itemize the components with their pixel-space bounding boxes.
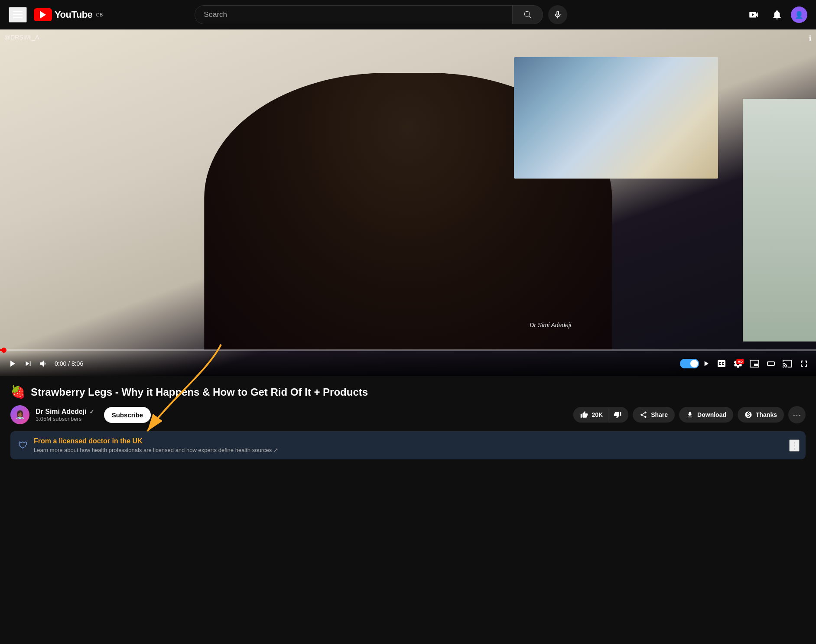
header-left: YouTubeGB [9, 7, 103, 23]
share-button[interactable]: Share [633, 407, 675, 423]
video-title: Strawberry Legs - Why it Happens & How t… [31, 386, 368, 398]
video-info: 🍓 Strawberry Legs - Why it Happens & How… [0, 376, 816, 424]
search-box [195, 5, 513, 24]
share-icon [640, 411, 647, 419]
youtube-logo-text: YouTube [55, 9, 92, 20]
video-artwork [514, 57, 718, 179]
more-dots: ⋯ [793, 410, 801, 420]
create-icon [748, 9, 759, 20]
info-button[interactable]: ℹ [809, 34, 812, 43]
notifications-button[interactable] [767, 5, 787, 24]
video-name-tag: Dr Simi Adedeji [530, 322, 571, 329]
header: YouTubeGB 👤 [0, 0, 816, 29]
volume-button[interactable] [39, 359, 49, 368]
video-plant [743, 99, 816, 342]
verified-icon: ✓ [89, 408, 94, 415]
youtube-logo[interactable]: YouTubeGB [34, 8, 103, 21]
cast-button[interactable] [782, 358, 793, 369]
more-button[interactable]: ⋯ [788, 406, 806, 423]
next-button[interactable] [23, 359, 33, 368]
hd-badge: HD [736, 357, 744, 364]
health-banner-subtitle: Learn more about how health professional… [34, 447, 278, 453]
health-banner: 🛡 From a licensed doctor in the UK Learn… [10, 431, 806, 459]
channel-info[interactable]: Dr Simi Adedeji ✓ 3.05M subscribers [36, 408, 94, 422]
header-right: 👤 [744, 5, 807, 24]
download-button[interactable]: Download [679, 407, 733, 423]
like-dislike-group: 20K [573, 407, 628, 423]
thanks-label: Thanks [756, 411, 777, 418]
mic-icon [553, 10, 562, 20]
autoplay-icon [702, 359, 710, 368]
health-text-group: From a licensed doctor in the UK Learn m… [34, 437, 278, 453]
video-title-row: 🍓 Strawberry Legs - Why it Happens & How… [10, 385, 806, 399]
next-icon [23, 359, 33, 368]
search-icon [523, 10, 533, 20]
search-button[interactable] [513, 5, 543, 24]
dislike-button[interactable] [608, 407, 628, 423]
settings-wrap: HD [733, 358, 743, 369]
autoplay-toggle[interactable] [680, 359, 710, 368]
video-container: @DRSIMI_A Dr Simi Adedeji ℹ 0:00 / 8:06 [0, 29, 816, 376]
time-display: 0:00 / 8:06 [55, 360, 83, 367]
health-banner-title: From a licensed doctor in the UK [34, 437, 278, 445]
health-banner-link[interactable]: ↗ [273, 447, 278, 453]
bell-icon [771, 9, 783, 20]
download-label: Download [697, 411, 726, 418]
title-emoji: 🍓 [10, 385, 26, 399]
theatre-icon [766, 358, 776, 369]
autoplay-knob [690, 360, 698, 368]
video-controls: 0:00 / 8:06 HD [0, 351, 816, 376]
video-frame[interactable]: @DRSIMI_A Dr Simi Adedeji ℹ 0:00 / 8:06 [0, 29, 816, 376]
health-banner-wrapper: 🛡 From a licensed doctor in the UK Learn… [0, 431, 816, 459]
download-icon [686, 411, 694, 419]
channel-name-text: Dr Simi Adedeji [36, 408, 87, 416]
cc-icon [716, 358, 727, 369]
subscribe-button[interactable]: Subscribe [104, 407, 151, 423]
shield-icon: 🛡 [18, 440, 28, 451]
menu-button[interactable] [9, 7, 27, 23]
voice-search-button[interactable] [548, 5, 567, 24]
search-input[interactable] [204, 10, 504, 19]
subtitles-button[interactable] [716, 358, 727, 369]
like-count: 20K [592, 411, 603, 418]
like-button[interactable]: 20K [573, 407, 608, 423]
volume-icon [39, 359, 49, 368]
fullscreen-icon [799, 358, 809, 369]
theatre-button[interactable] [766, 358, 776, 369]
channel-avatar[interactable]: 👩🏾‍⚕️ [10, 405, 29, 424]
action-buttons: 20K Share Download Thanks [573, 406, 806, 423]
thumbs-down-icon [614, 411, 621, 419]
thanks-icon [744, 411, 752, 419]
avatar[interactable]: 👤 [791, 7, 807, 23]
create-button[interactable] [744, 5, 763, 24]
fullscreen-button[interactable] [799, 358, 809, 369]
thanks-button[interactable]: Thanks [738, 407, 784, 423]
youtube-logo-icon [34, 8, 52, 21]
subscriber-count: 3.05M subscribers [36, 416, 94, 422]
play-button[interactable] [7, 358, 17, 369]
cast-icon [782, 358, 793, 369]
play-icon [7, 358, 17, 369]
miniplayer-button[interactable] [749, 358, 760, 369]
miniplayer-icon [749, 358, 760, 369]
banner-more-button[interactable]: ⋮ [789, 439, 800, 452]
video-watermark: @DRSIMI_A [4, 34, 39, 41]
search-area [195, 5, 567, 24]
thumbs-up-icon [580, 411, 588, 419]
youtube-logo-country: GB [96, 12, 103, 17]
share-label: Share [651, 411, 668, 418]
channel-name-row: Dr Simi Adedeji ✓ [36, 408, 94, 416]
autoplay-pill[interactable] [680, 359, 699, 368]
channel-row: 👩🏾‍⚕️ Dr Simi Adedeji ✓ 3.05M subscriber… [10, 405, 806, 424]
